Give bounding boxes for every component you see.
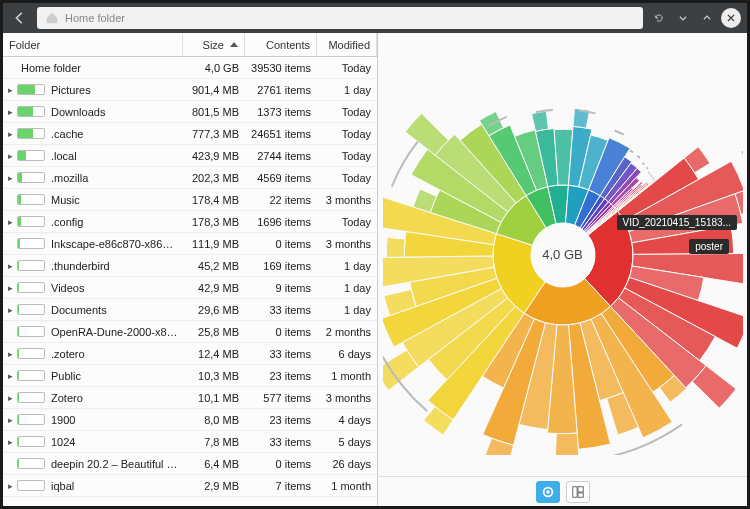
folder-size: 29,6 MB: [183, 304, 245, 316]
size-bar: [17, 348, 45, 359]
folder-modified: Today: [317, 62, 377, 74]
refresh-icon: [654, 13, 664, 23]
folder-contents: 2744 items: [245, 150, 317, 162]
folder-contents: 33 items: [245, 348, 317, 360]
folder-modified: 5 days: [317, 436, 377, 448]
table-row[interactable]: ▸.thunderbird45,2 MB169 items1 day: [3, 255, 377, 277]
table-row[interactable]: ▸Downloads801,5 MB1373 itemsToday: [3, 101, 377, 123]
expander-icon[interactable]: ▸: [3, 305, 17, 315]
table-row[interactable]: ▸19008,0 MB23 items4 days: [3, 409, 377, 431]
folder-size: 777,3 MB: [183, 128, 245, 140]
expander-icon[interactable]: ▸: [3, 217, 17, 227]
body: Folder Size Contents Modified Home folde…: [3, 33, 747, 506]
table-row[interactable]: ▸.cache777,3 MB24651 itemsToday: [3, 123, 377, 145]
expander-icon[interactable]: ▸: [3, 261, 17, 271]
view-rings-button[interactable]: [536, 481, 560, 503]
folder-contents: 33 items: [245, 436, 317, 448]
expander-icon[interactable]: ▸: [3, 173, 17, 183]
folder-modified: 3 months: [317, 392, 377, 404]
size-bar: [17, 458, 45, 469]
folder-size: 7,8 MB: [183, 436, 245, 448]
table-rows: Home folder 4,0 GB 39530 items Today ▸Pi…: [3, 57, 377, 506]
chevron-up-icon: [702, 13, 712, 23]
close-button[interactable]: [721, 8, 741, 28]
folder-name: Public: [51, 370, 183, 382]
folder-modified: 3 months: [317, 238, 377, 250]
folder-size: 8,0 MB: [183, 414, 245, 426]
expander-icon[interactable]: ▸: [3, 437, 17, 447]
expander-icon[interactable]: ▸: [3, 371, 17, 381]
folder-modified: 26 days: [317, 458, 377, 470]
size-bar: [17, 84, 45, 95]
location-bar[interactable]: Home folder: [37, 7, 643, 29]
table-row[interactable]: ▸Documents29,6 MB33 items1 day: [3, 299, 377, 321]
folder-name: Documents: [51, 304, 183, 316]
sunburst-chart[interactable]: 4,0 GB VID_20210415_15183... poster: [378, 33, 747, 476]
table-row[interactable]: ▸Public10,3 MB23 items1 month: [3, 365, 377, 387]
folder-contents: 0 items: [245, 458, 317, 470]
table-row[interactable]: OpenRA-Dune-2000-x86_...25,8 MB0 items2 …: [3, 321, 377, 343]
rings-icon: [541, 485, 555, 499]
folder-size: 10,1 MB: [183, 392, 245, 404]
folder-size: 2,9 MB: [183, 480, 245, 492]
column-folder[interactable]: Folder: [3, 33, 183, 56]
view-toolbar: [378, 476, 747, 506]
expander-icon[interactable]: ▸: [3, 151, 17, 161]
table-row[interactable]: ▸.local423,9 MB2744 itemsToday: [3, 145, 377, 167]
table-row[interactable]: Music178,4 MB22 items3 months: [3, 189, 377, 211]
table-row[interactable]: Inkscape-e86c870-x86_6...111,9 MB0 items…: [3, 233, 377, 255]
folder-modified: 1 month: [317, 370, 377, 382]
view-treemap-button[interactable]: [566, 481, 590, 503]
folder-name: 1024: [51, 436, 183, 448]
table-row[interactable]: ▸Zotero10,1 MB577 items3 months: [3, 387, 377, 409]
table-row[interactable]: ▸.mozilla202,3 MB4569 itemsToday: [3, 167, 377, 189]
chevron-left-icon: [13, 11, 27, 25]
folder-name: 1900: [51, 414, 183, 426]
table-row[interactable]: ▸Videos42,9 MB9 items1 day: [3, 277, 377, 299]
table-row[interactable]: ▸Pictures901,4 MB2761 items1 day: [3, 79, 377, 101]
folder-name: .zotero: [51, 348, 183, 360]
size-bar: [17, 370, 45, 381]
column-modified[interactable]: Modified: [317, 33, 377, 56]
table-row[interactable]: ▸iqbal2,9 MB7 items1 month: [3, 475, 377, 497]
folder-contents: 0 items: [245, 238, 317, 250]
table-row-root[interactable]: Home folder 4,0 GB 39530 items Today: [3, 57, 377, 79]
table-row[interactable]: ▸10247,8 MB33 items5 days: [3, 431, 377, 453]
table-row[interactable]: ▸.config178,3 MB1696 itemsToday: [3, 211, 377, 233]
folder-contents: 7 items: [245, 480, 317, 492]
folder-modified: 1 month: [317, 480, 377, 492]
folder-name: Inkscape-e86c870-x86_6...: [51, 238, 183, 250]
table-row[interactable]: ▸.zotero12,4 MB33 items6 days: [3, 343, 377, 365]
size-bar: [17, 238, 45, 249]
minimize-button[interactable]: [673, 8, 693, 28]
folder-name: .local: [51, 150, 183, 162]
folder-contents: 23 items: [245, 370, 317, 382]
folder-modified: Today: [317, 172, 377, 184]
size-bar: [17, 216, 45, 227]
size-bar: [17, 150, 45, 161]
folder-contents: 9 items: [245, 282, 317, 294]
rescan-button[interactable]: [649, 8, 669, 28]
expander-icon[interactable]: ▸: [3, 85, 17, 95]
size-bar: [17, 128, 45, 139]
folder-contents: 577 items: [245, 392, 317, 404]
folder-contents: 2761 items: [245, 84, 317, 96]
expander-icon[interactable]: ▸: [3, 393, 17, 403]
folder-contents: 1373 items: [245, 106, 317, 118]
table-row[interactable]: deepin 20.2 – Beautiful a...6,4 MB0 item…: [3, 453, 377, 475]
expander-icon[interactable]: ▸: [3, 107, 17, 117]
expander-icon[interactable]: ▸: [3, 415, 17, 425]
expander-icon[interactable]: ▸: [3, 283, 17, 293]
folder-size: 45,2 MB: [183, 260, 245, 272]
expander-icon[interactable]: ▸: [3, 481, 17, 491]
column-size[interactable]: Size: [183, 33, 245, 56]
back-button[interactable]: [9, 7, 31, 29]
maximize-button[interactable]: [697, 8, 717, 28]
close-icon: [726, 13, 736, 23]
folder-modified: Today: [317, 128, 377, 140]
column-contents[interactable]: Contents: [245, 33, 317, 56]
folder-size: 25,8 MB: [183, 326, 245, 338]
expander-icon[interactable]: ▸: [3, 349, 17, 359]
folder-size: 178,3 MB: [183, 216, 245, 228]
expander-icon[interactable]: ▸: [3, 129, 17, 139]
